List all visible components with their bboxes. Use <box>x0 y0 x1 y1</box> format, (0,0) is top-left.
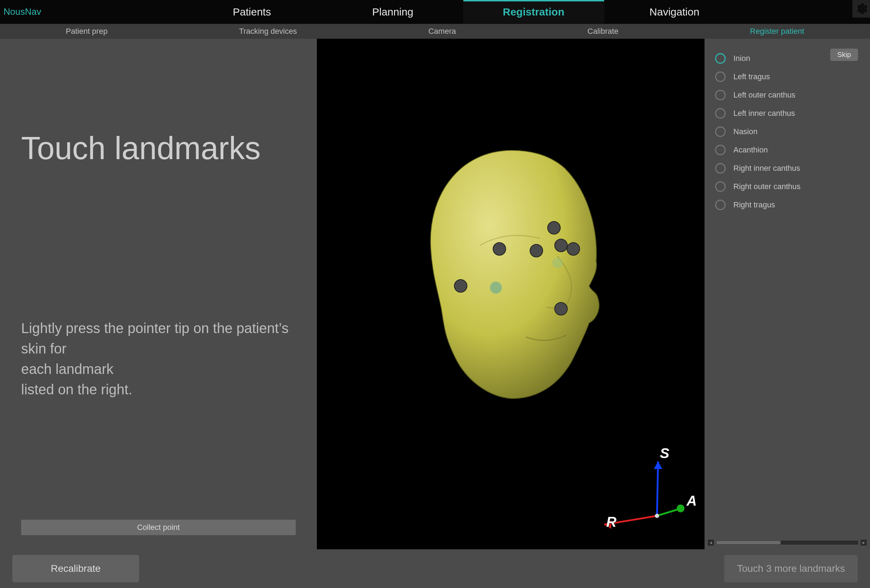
landmark-item-left-outer-canthus[interactable]: Left outer canthus <box>715 86 860 104</box>
landmark-label: Left inner canthus <box>733 109 795 118</box>
status-circle-icon <box>715 145 725 155</box>
svg-point-6 <box>554 302 567 315</box>
landmark-item-right-outer-canthus[interactable]: Right outer canthus <box>715 177 860 196</box>
tab-patients[interactable]: Patients <box>182 0 323 24</box>
svg-line-13 <box>657 461 658 516</box>
left-panel: Touch landmarks Lightly press the pointe… <box>0 39 317 549</box>
svg-marker-14 <box>654 461 662 469</box>
landmark-label: Acanthion <box>733 146 768 155</box>
head-model <box>406 140 624 407</box>
svg-point-15 <box>655 514 659 518</box>
status-circle-icon <box>715 163 725 174</box>
subtab-calibrate[interactable]: Calibrate <box>588 27 618 36</box>
slider-next-button[interactable]: ▸ <box>860 539 867 546</box>
slider-track[interactable] <box>716 540 859 545</box>
subtab-register-patient[interactable]: Register patient <box>750 27 804 36</box>
collect-point-button[interactable]: Collect point <box>21 520 296 535</box>
svg-point-12 <box>677 505 684 512</box>
landmark-label: Right inner canthus <box>733 164 800 173</box>
svg-point-5 <box>454 280 467 292</box>
svg-point-4 <box>567 243 580 255</box>
slider-thumb[interactable] <box>717 541 781 544</box>
instructions-text: Lightly press the pointer tip on the pat… <box>21 318 289 400</box>
axis-label-r: R <box>606 514 617 530</box>
landmark-item-left-tragus[interactable]: Left tragus <box>715 68 860 86</box>
instructions-line: listed on the right. <box>21 379 289 400</box>
status-circle-icon <box>715 199 725 210</box>
landmark-label: Inion <box>733 54 750 63</box>
landmark-item-right-tragus[interactable]: Right tragus <box>715 196 860 214</box>
slice-slider[interactable]: ◂ ▸ <box>707 539 867 546</box>
top-bar: NousNav Patients Planning Registration N… <box>0 0 870 24</box>
status-circle-icon <box>715 181 725 192</box>
instructions-line: each landmark <box>21 359 289 379</box>
subtab-camera[interactable]: Camera <box>429 27 456 36</box>
landmark-label: Left outer canthus <box>733 91 796 100</box>
sub-tabs: Patient prep Tracking devices Camera Cal… <box>0 24 870 39</box>
landmark-label: Right outer canthus <box>733 182 801 191</box>
landmark-item-nasion[interactable]: Nasion <box>715 122 860 141</box>
gear-icon <box>855 3 867 15</box>
status-circle-icon <box>715 53 725 64</box>
tab-registration[interactable]: Registration <box>463 0 604 24</box>
status-circle-icon <box>715 127 725 137</box>
viewport-3d[interactable]: S A R <box>317 39 705 549</box>
svg-point-0 <box>547 222 560 234</box>
svg-point-8 <box>552 258 563 268</box>
landmark-label: Left tragus <box>733 72 770 81</box>
landmark-item-acanthion[interactable]: Acanthion <box>715 141 860 159</box>
slider-prev-button[interactable]: ◂ <box>707 539 714 546</box>
subtab-patient-prep[interactable]: Patient prep <box>66 27 108 36</box>
axis-label-a: A <box>687 493 697 509</box>
svg-point-7 <box>490 282 502 294</box>
skip-button[interactable]: Skip <box>830 49 858 61</box>
svg-point-3 <box>554 239 567 252</box>
status-circle-icon <box>715 71 725 82</box>
tab-planning[interactable]: Planning <box>323 0 463 24</box>
landmark-panel: Skip Inion Left tragus Left outer canthu… <box>705 39 870 549</box>
settings-button[interactable] <box>852 0 870 18</box>
status-button[interactable]: Touch 3 more landmarks <box>724 555 858 582</box>
page-title: Touch landmarks <box>21 130 296 167</box>
landmark-label: Nasion <box>733 127 757 136</box>
main-area: Touch landmarks Lightly press the pointe… <box>0 39 870 549</box>
svg-point-1 <box>493 243 506 255</box>
status-circle-icon <box>715 90 725 100</box>
brand-label: NousNav <box>0 0 56 24</box>
landmark-item-left-inner-canthus[interactable]: Left inner canthus <box>715 104 860 122</box>
recalibrate-button[interactable]: Recalibrate <box>12 555 139 582</box>
landmark-label: Right tragus <box>733 200 775 210</box>
subtab-tracking-devices[interactable]: Tracking devices <box>239 27 297 36</box>
svg-line-11 <box>657 509 680 516</box>
main-tabs: Patients Planning Registration Navigatio… <box>56 0 870 24</box>
svg-point-2 <box>530 244 542 257</box>
instructions-line: Lightly press the pointer tip on the pat… <box>21 318 289 359</box>
tab-navigation[interactable]: Navigation <box>604 0 745 24</box>
landmark-item-right-inner-canthus[interactable]: Right inner canthus <box>715 159 860 177</box>
bottom-bar: Recalibrate Touch 3 more landmarks <box>0 549 870 588</box>
axis-label-s: S <box>660 445 669 461</box>
status-circle-icon <box>715 108 725 119</box>
